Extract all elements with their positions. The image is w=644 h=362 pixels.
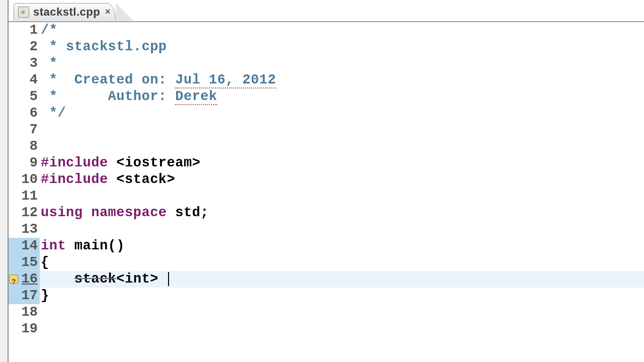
code-content[interactable]: */ xyxy=(40,105,644,122)
line-number: 10 xyxy=(20,171,40,188)
line-number: 1 xyxy=(20,22,40,39)
code-content[interactable]: } xyxy=(40,288,644,304)
gutter-marker xyxy=(9,39,20,55)
gutter-marker xyxy=(9,122,20,138)
code-line[interactable]: 3 * xyxy=(9,55,644,72)
line-number: 5 xyxy=(20,88,40,105)
file-tab[interactable]: stackstl.cpp × xyxy=(14,3,116,21)
line-number: 9 xyxy=(20,155,40,171)
code-content[interactable]: { xyxy=(40,254,644,271)
line-number: 2 xyxy=(20,39,40,55)
close-icon[interactable]: × xyxy=(103,8,112,17)
code-line[interactable]: 10#include <stack> xyxy=(9,171,644,188)
gutter-marker xyxy=(9,304,20,321)
code-line[interactable]: 5 * Author: Derek xyxy=(9,88,644,105)
code-content[interactable]: * Created on: Jul 16, 2012 xyxy=(40,72,644,88)
line-number: 19 xyxy=(20,321,40,337)
gutter-marker xyxy=(9,221,20,238)
code-line[interactable]: 15{ xyxy=(9,254,644,271)
code-content[interactable]: #include <iostream> xyxy=(40,155,644,171)
tab-slope xyxy=(116,3,133,21)
gutter-marker xyxy=(9,105,20,122)
gutter-marker xyxy=(9,205,20,221)
line-number: 11 xyxy=(20,188,40,205)
text-cursor xyxy=(168,272,169,286)
gutter-marker xyxy=(9,88,20,105)
gutter-marker xyxy=(9,22,20,39)
line-number: 13 xyxy=(20,221,40,238)
code-line[interactable]: 17} xyxy=(9,288,644,304)
cpp-file-icon xyxy=(18,7,29,18)
code-content[interactable]: * stackstl.cpp xyxy=(40,39,644,55)
gutter-marker xyxy=(9,155,20,171)
line-number: 12 xyxy=(20,205,40,221)
code-line[interactable]: 7 xyxy=(9,122,644,138)
editor-window: stackstl.cpp × 1/*2 * stackstl.cpp3 *4 *… xyxy=(8,0,644,362)
line-number: 16 xyxy=(20,271,40,288)
line-number: 18 xyxy=(20,304,40,321)
code-line[interactable]: 6 */ xyxy=(9,105,644,122)
code-line[interactable]: 4 * Created on: Jul 16, 2012 xyxy=(9,72,644,88)
warning-icon[interactable] xyxy=(9,275,18,284)
code-line[interactable]: 18 xyxy=(9,304,644,321)
gutter-marker xyxy=(9,254,20,271)
code-content[interactable]: stack<int> xyxy=(40,271,644,288)
code-content[interactable]: * xyxy=(40,55,644,72)
gutter-marker xyxy=(9,138,20,155)
gutter-marker xyxy=(9,271,20,288)
line-number: 4 xyxy=(20,72,40,88)
code-content[interactable]: int main() xyxy=(40,238,644,254)
line-number: 6 xyxy=(20,105,40,122)
line-number: 3 xyxy=(20,55,40,72)
code-content[interactable]: using namespace std; xyxy=(40,205,644,221)
line-number: 7 xyxy=(20,122,40,138)
code-line[interactable]: 13 xyxy=(9,221,644,238)
code-line[interactable]: 2 * stackstl.cpp xyxy=(9,39,644,55)
code-editor[interactable]: 1/*2 * stackstl.cpp3 *4 * Created on: Ju… xyxy=(9,21,644,362)
code-line[interactable]: 14int main() xyxy=(9,238,644,254)
code-line[interactable]: 1/* xyxy=(9,22,644,39)
code-content[interactable]: /* xyxy=(40,22,644,39)
gutter-marker xyxy=(9,55,20,72)
gutter-marker xyxy=(9,238,20,254)
code-line[interactable]: 16 stack<int> xyxy=(9,271,644,288)
code-line[interactable]: 11 xyxy=(9,188,644,205)
code-line[interactable]: 12using namespace std; xyxy=(9,205,644,221)
code-line[interactable]: 8 xyxy=(9,138,644,155)
gutter-marker xyxy=(9,188,20,205)
code-line[interactable]: 9#include <iostream> xyxy=(9,155,644,171)
gutter-marker xyxy=(9,171,20,188)
code-content[interactable]: #include <stack> xyxy=(40,171,644,188)
tab-filename: stackstl.cpp xyxy=(33,6,100,19)
code-line[interactable]: 19 xyxy=(9,321,644,337)
gutter-marker xyxy=(9,72,20,88)
code-content[interactable]: * Author: Derek xyxy=(40,88,644,105)
line-number: 17 xyxy=(20,288,40,304)
line-number: 8 xyxy=(20,138,40,155)
line-number: 15 xyxy=(20,254,40,271)
gutter-marker xyxy=(9,321,20,337)
tab-bar: stackstl.cpp × xyxy=(14,2,133,21)
line-number: 14 xyxy=(20,238,40,254)
